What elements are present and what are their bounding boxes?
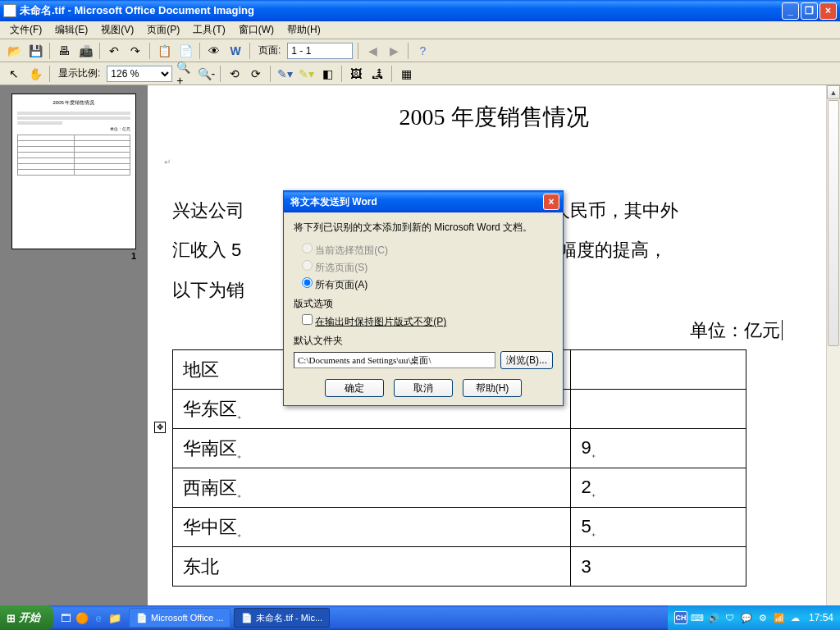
window-titlebar: 未命名.tif - Microsoft Office Document Imag… [0,0,840,21]
help-icon[interactable]: ? [413,42,431,60]
zoom-select[interactable]: 126 % [107,66,172,82]
dialog-close-button[interactable]: × [543,194,559,210]
menu-view[interactable]: 视图(V) [94,21,140,39]
table-row: 西南区₊2₊ [173,468,746,508]
menu-help[interactable]: 帮助(H) [281,21,327,39]
start-button[interactable]: ⊞ 开始 [0,605,53,630]
redo-icon[interactable]: ↷ [126,42,144,60]
document-title: 2005 年度销售情况 [172,102,815,133]
tray-icon-5[interactable]: ⚙ [756,611,769,624]
dialog-titlebar[interactable]: 将文本发送到 Word × [284,191,563,212]
standard-toolbar: 📂 💾 🖶 📠 ↶ ↷ 📋 📄 👁 W 页面: ◀ ▶ ? [0,39,840,62]
insert-image-icon[interactable]: 🏞 [368,65,386,83]
cancel-button[interactable]: 取消 [394,379,453,397]
maximize-button[interactable]: ❐ [801,2,818,20]
thumbnail-view-icon[interactable]: ▦ [397,65,415,83]
menu-page[interactable]: 页面(P) [140,21,186,39]
menu-file[interactable]: 文件(F) [3,21,48,39]
help-button[interactable]: 帮助(H) [463,379,522,397]
layout-options-label: 版式选项 [294,297,553,311]
tray-icon-6[interactable]: 📶 [773,611,786,624]
menu-tools[interactable]: 工具(T) [186,21,231,39]
prev-page-icon[interactable]: ◀ [363,42,381,60]
save-icon[interactable]: 💾 [26,42,44,60]
zoom-out-icon[interactable]: 🔍- [197,65,215,83]
thumbnail-panel: 2005 年度销售情况 单位：亿元 1 [0,85,148,622]
show-desktop-icon[interactable]: 🗔 [58,610,73,625]
app-icon [3,4,16,17]
rotate-left-icon[interactable]: ⟲ [226,65,244,83]
vertical-scrollbar[interactable]: ▲ ▼ [826,85,840,622]
browse-button[interactable]: 浏览(B)... [500,351,553,369]
print-icon[interactable]: 🖶 [55,42,73,60]
table-move-handle[interactable]: ✥ [154,422,166,433]
copy-icon[interactable]: 📋 [155,42,173,60]
table-row: 华中区₊5₊ [173,508,746,547]
minimize-button[interactable]: _ [782,2,799,20]
thumbnail-page-number: 1 [8,251,139,261]
close-button[interactable]: × [819,2,837,20]
hand-icon[interactable]: ✋ [26,65,44,83]
zoom-label: 显示比例: [55,66,103,80]
tray-icon-2[interactable]: 🔊 [707,611,720,624]
page-thumbnail[interactable]: 2005 年度销售情况 单位：亿元 [11,94,136,249]
menu-edit[interactable]: 编辑(E) [48,21,94,39]
send-to-word-dialog: 将文本发送到 Word × 将下列已识别的文本添加到新的 Microsoft W… [283,190,564,406]
default-folder-label: 默认文件夹 [294,334,553,348]
doc-icon: 📄 [241,613,253,623]
dialog-instruction: 将下列已识别的文本添加到新的 Microsoft Word 文档。 [294,221,553,235]
folder-path-input[interactable] [294,352,495,368]
tray-icon-1[interactable]: ⌨ [691,611,704,624]
table-row: 华南区₊9₊ [173,429,746,468]
ie-icon[interactable]: e [91,610,106,625]
taskbar: ⊞ 开始 🗔 🟠 e 📁 📄 Microsoft Office ... 📄 未命… [0,605,840,630]
taskbar-item-document[interactable]: 📄 未命名.tif - Mic... [234,608,330,628]
clock[interactable]: 17:54 [806,612,833,623]
ocr-icon[interactable]: 👁 [205,42,223,60]
ql-icon-1[interactable]: 🟠 [75,610,89,625]
dialog-title: 将文本发送到 Word [287,195,543,209]
paste-icon[interactable]: 📄 [176,42,194,60]
radio-current-selection: 当前选择范围(C) [302,243,553,258]
table-row: 东北3 [173,547,746,587]
highlighter-icon[interactable]: ✎▾ [297,65,315,83]
page-label: 页面: [255,43,284,57]
open-icon[interactable]: 📂 [5,42,23,60]
zoom-in-icon[interactable]: 🔍+ [176,65,194,83]
radio-all-pages[interactable]: 所有页面(A) [302,277,553,292]
language-indicator[interactable]: CH [674,611,687,624]
taskbar-item-modi[interactable]: 📄 Microsoft Office ... [129,608,231,628]
view-toolbar: ↖ ✋ 显示比例: 126 % 🔍+ 🔍- ⟲ ⟳ ✎▾ ✎▾ ◧ 🖼 🏞 ▦ [0,62,840,85]
menu-bar: 文件(F) 编辑(E) 视图(V) 页面(P) 工具(T) 窗口(W) 帮助(H… [0,21,840,39]
ql-icon-2[interactable]: 📁 [107,610,122,625]
quick-launch: 🗔 🟠 e 📁 [53,610,127,625]
undo-icon[interactable]: ↶ [105,42,123,60]
select-image-icon[interactable]: 🖼 [347,65,365,83]
pointer-icon[interactable]: ↖ [5,65,23,83]
ok-button[interactable]: 确定 [325,379,384,397]
scan-icon[interactable]: 📠 [76,42,94,60]
scroll-thumb[interactable] [828,100,839,346]
keep-layout-checkbox[interactable]: 在输出时保持图片版式不变(P) [294,314,553,329]
tray-icon-3[interactable]: 🛡 [724,611,737,624]
next-page-icon[interactable]: ▶ [385,42,403,60]
pen-blue-icon[interactable]: ✎▾ [276,65,294,83]
tray-icon-4[interactable]: 💬 [740,611,753,624]
scroll-up-icon[interactable]: ▲ [827,85,840,99]
radio-selected-pages: 所选页面(S) [302,260,553,275]
windows-logo-icon: ⊞ [7,612,16,624]
modi-icon: 📄 [136,613,148,623]
page-input[interactable] [287,43,353,59]
eraser-icon[interactable]: ◧ [318,65,336,83]
rotate-right-icon[interactable]: ⟳ [247,65,265,83]
send-to-word-icon[interactable]: W [226,42,244,60]
system-tray: CH ⌨ 🔊 🛡 💬 ⚙ 📶 ☁ 17:54 [668,605,840,630]
menu-window[interactable]: 窗口(W) [232,21,281,39]
window-title: 未命名.tif - Microsoft Office Document Imag… [20,3,782,18]
page-range-group: 当前选择范围(C) 所选页面(S) 所有页面(A) [294,243,553,292]
tray-icon-7[interactable]: ☁ [789,611,802,624]
